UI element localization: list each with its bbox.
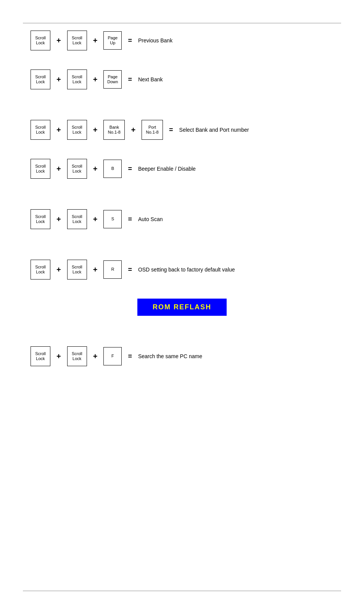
description-next-bank: Next Bank (138, 76, 163, 82)
plus-icon-3: + (56, 75, 61, 84)
rom-reflash-banner: ROM REFLASH (137, 299, 227, 316)
plus-icon-5: + (56, 126, 61, 134)
key-scroll-lock-4: ScrollLock (67, 69, 87, 89)
plus-icon-12: + (56, 265, 61, 274)
plus-icon-9: + (93, 165, 98, 173)
rom-reflash-row: ROM REFLASH (31, 299, 333, 331)
shortcut-row-osd-default: ScrollLock + ScrollLock + R = OSD settin… (31, 260, 333, 280)
description-previous-bank: Previous Bank (138, 37, 172, 44)
bottom-border (23, 591, 341, 591)
spacer-1 (31, 108, 333, 120)
key-scroll-lock-3: ScrollLock (31, 69, 50, 89)
shortcut-row-previous-bank: ScrollLock + ScrollLock + PageUp = Previ… (31, 31, 333, 50)
key-port-no: PortNo.1-8 (142, 120, 163, 140)
plus-icon-6: + (93, 126, 98, 134)
description-search-pc: Search the same PC name (138, 353, 202, 359)
shortcut-row-beeper: ScrollLock + ScrollLock + B = Beeper Ena… (31, 159, 333, 179)
key-r: R (103, 260, 122, 279)
spacer-2 (31, 198, 333, 209)
description-osd-default: OSD setting back to factory default valu… (138, 267, 235, 273)
plus-icon-8: + (56, 165, 61, 173)
key-scroll-lock-5: ScrollLock (31, 120, 50, 140)
key-scroll-lock-1: ScrollLock (31, 31, 50, 50)
equals-icon-4: = (128, 165, 132, 173)
equals-icon-6: = (128, 266, 132, 274)
key-page-down: PageDown (103, 70, 122, 89)
key-scroll-lock-6: ScrollLock (67, 120, 87, 140)
key-scroll-lock-7: ScrollLock (31, 159, 50, 179)
plus-icon-15: + (93, 352, 98, 361)
key-s: S (103, 210, 122, 228)
key-scroll-lock-2: ScrollLock (67, 31, 87, 50)
equals-icon-2: = (128, 76, 132, 84)
shortcut-row-next-bank: ScrollLock + ScrollLock + PageDown = Nex… (31, 69, 333, 89)
key-b: B (103, 160, 122, 178)
plus-icon-1: + (56, 36, 61, 45)
key-scroll-lock-10: ScrollLock (67, 209, 87, 229)
plus-icon-11: + (93, 215, 98, 224)
description-auto-scan: Auto Scan (138, 216, 163, 222)
key-scroll-lock-9: ScrollLock (31, 209, 50, 229)
plus-icon-2: + (93, 36, 98, 45)
shortcut-row-select-bank-port: ScrollLock + ScrollLock + BankNo.1-8 + P… (31, 120, 333, 140)
plus-icon-13: + (93, 265, 98, 274)
description-beeper: Beeper Enable / Disable (138, 166, 196, 172)
equals-icon-1: = (128, 37, 132, 45)
key-scroll-lock-11: ScrollLock (31, 260, 50, 280)
key-scroll-lock-13: ScrollLock (31, 346, 50, 366)
shortcut-row-auto-scan: ScrollLock + ScrollLock + S = Auto Scan (31, 209, 333, 229)
key-page-up: PageUp (103, 31, 122, 50)
key-bank-no: BankNo.1-8 (103, 120, 125, 140)
main-content: ScrollLock + ScrollLock + PageUp = Previ… (0, 0, 364, 416)
equals-icon-5: = (128, 215, 132, 223)
spacer-3 (31, 248, 333, 260)
plus-icon-10: + (56, 215, 61, 224)
description-select-bank-port: Select Bank and Port number (179, 127, 249, 133)
key-scroll-lock-8: ScrollLock (67, 159, 87, 179)
shortcut-row-search-pc: ScrollLock + ScrollLock + F = Search the… (31, 346, 333, 366)
equals-icon-7: = (128, 352, 132, 360)
top-border (23, 23, 341, 23)
key-scroll-lock-12: ScrollLock (67, 260, 87, 280)
key-scroll-lock-14: ScrollLock (67, 346, 87, 366)
plus-icon-7: + (131, 126, 135, 134)
plus-icon-4: + (93, 75, 98, 84)
equals-icon-3: = (169, 126, 173, 134)
plus-icon-14: + (56, 352, 61, 361)
key-f: F (103, 347, 122, 365)
